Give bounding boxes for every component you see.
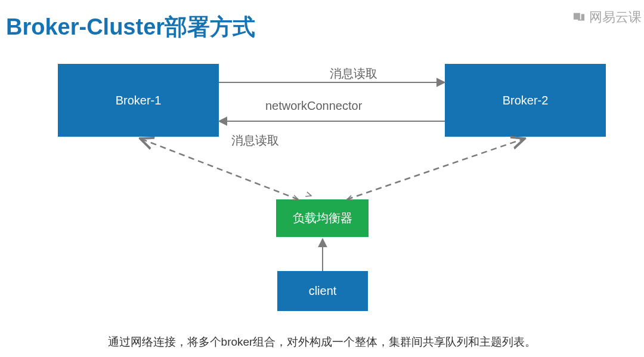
message-read-bottom-label: 消息读取 [231, 133, 279, 149]
watermark-text: 网易云课 [589, 8, 642, 26]
broker-1-label: Broker-1 [116, 94, 162, 107]
client-node: client [277, 271, 368, 311]
network-connector-label: networkConnector [265, 99, 362, 113]
load-balancer-label: 负载均衡器 [293, 210, 352, 226]
slide-title: Broker-Cluster部署方式 [6, 12, 255, 42]
dashed-lb-broker2 [347, 139, 525, 199]
watermark: 网易云课 [572, 8, 642, 26]
broker-2-label: Broker-2 [503, 94, 549, 107]
watermark-icon [572, 11, 586, 23]
broker-2-node: Broker-2 [445, 64, 606, 137]
broker-1-node: Broker-1 [58, 64, 219, 137]
svg-line-4 [280, 192, 295, 198]
svg-line-3 [347, 139, 525, 199]
svg-line-1 [155, 144, 311, 196]
client-label: client [309, 284, 337, 298]
load-balancer-node: 负载均衡器 [276, 199, 369, 237]
svg-line-5 [349, 192, 364, 198]
message-read-top-label: 消息读取 [330, 66, 377, 82]
slide-caption: 通过网络连接，将多个broker组合，对外构成一个整体，集群间共享队列和主题列表… [0, 334, 644, 350]
